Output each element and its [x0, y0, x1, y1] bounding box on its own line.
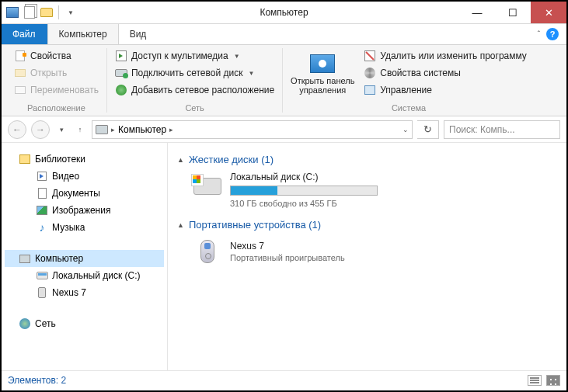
- refresh-button[interactable]: ↻: [417, 120, 439, 139]
- up-button[interactable]: ↑: [73, 120, 87, 139]
- drive-free-text: 310 ГБ свободно из 455 ГБ: [230, 199, 378, 208]
- group-label-location: Расположение: [11, 101, 102, 113]
- device-item[interactable]: Nexus 7 Портативный проигрыватель: [193, 237, 557, 266]
- back-button[interactable]: ←: [8, 120, 26, 139]
- qat-separator: [58, 5, 59, 19]
- manage-label: Управление: [380, 85, 432, 95]
- section-hard-drives[interactable]: ▲ Жесткие диски (1): [177, 154, 557, 165]
- rename-label: Переименовать: [30, 85, 99, 95]
- uninstall-button[interactable]: Удалить или изменить программу: [361, 48, 530, 64]
- body: Библиотеки Видео Документы Изображения ♪…: [2, 143, 566, 370]
- close-button[interactable]: ✕: [531, 2, 566, 23]
- system-properties-label: Свойства системы: [380, 68, 461, 78]
- tree-documents[interactable]: Документы: [5, 185, 164, 202]
- quick-access-toolbar: ▼: [2, 5, 78, 20]
- hdd-icon: [193, 172, 222, 201]
- control-panel-label-1: Открыть панель: [291, 76, 354, 85]
- tree-nexus[interactable]: Nexus 7: [5, 284, 164, 301]
- forward-button[interactable]: →: [31, 120, 50, 139]
- help-icon[interactable]: ?: [546, 28, 559, 40]
- maximize-button[interactable]: ☐: [495, 2, 531, 23]
- view-tiles-icon[interactable]: [546, 375, 560, 386]
- device-name: Nexus 7: [230, 241, 345, 252]
- group-label-system: Система: [287, 101, 530, 113]
- drive-name: Локальный диск (C:): [230, 172, 378, 182]
- collapse-icon[interactable]: ▲: [177, 221, 184, 229]
- qat-new-folder-icon[interactable]: [39, 5, 54, 20]
- navigation-tree[interactable]: Библиотеки Видео Документы Изображения ♪…: [2, 143, 168, 370]
- collapse-ribbon-icon[interactable]: ˆ: [538, 30, 540, 39]
- view-details-icon[interactable]: [528, 375, 542, 386]
- tree-network[interactable]: Сеть: [5, 315, 164, 332]
- tab-view[interactable]: Вид: [119, 24, 159, 44]
- ribbon-tab-bar: Файл Компьютер Вид ˆ ?: [2, 24, 566, 45]
- system-properties-button[interactable]: Свойства системы: [361, 65, 530, 81]
- manage-button[interactable]: Управление: [361, 82, 530, 98]
- title-bar: ▼ Компьютер — ☐ ✕: [2, 2, 566, 24]
- map-drive-label: Подключить сетевой диск: [131, 68, 242, 78]
- address-dropdown-icon[interactable]: ⌄: [402, 126, 409, 134]
- tab-computer[interactable]: Компьютер: [47, 24, 119, 44]
- status-bar: Элементов: 2: [2, 370, 566, 389]
- chevron-right-icon[interactable]: ▸: [169, 126, 173, 134]
- tree-local-disk[interactable]: Локальный диск (C:): [5, 267, 164, 284]
- status-item-count: Элементов: 2: [8, 375, 66, 386]
- breadcrumb[interactable]: Компьютер: [118, 124, 166, 135]
- tree-pictures[interactable]: Изображения: [5, 202, 164, 219]
- window-title: Компьютер: [260, 7, 308, 18]
- collapse-icon[interactable]: ▲: [177, 156, 184, 164]
- tab-file[interactable]: Файл: [2, 24, 47, 44]
- open-button[interactable]: Открыть: [11, 65, 102, 81]
- ribbon-group-location: Свойства Открыть Переименовать Расположе…: [6, 48, 107, 113]
- control-panel-button[interactable]: Открыть панельуправления: [287, 48, 357, 101]
- portable-player-icon: [193, 237, 222, 266]
- tree-music[interactable]: ♪Музыка: [5, 219, 164, 236]
- address-bar[interactable]: ▸ Компьютер ▸ ⌄: [92, 120, 413, 139]
- qat-properties-icon[interactable]: [22, 5, 37, 20]
- map-drive-button[interactable]: Подключить сетевой диск▼: [112, 65, 277, 81]
- content-pane: ▲ Жесткие диски (1) Локальный диск (C:) …: [168, 143, 566, 370]
- device-type: Портативный проигрыватель: [230, 253, 345, 262]
- ribbon-group-system: Открыть панельуправления Удалить или изм…: [283, 48, 535, 113]
- navigation-bar: ← → ▾ ↑ ▸ Компьютер ▸ ⌄ ↻ Поиск: Компь..…: [2, 116, 566, 143]
- media-access-button[interactable]: Доступ к мультимедиа▼: [112, 48, 277, 64]
- group-label-network: Сеть: [112, 101, 277, 113]
- section-portable-devices[interactable]: ▲ Портативные устройства (1): [177, 219, 557, 231]
- rename-button[interactable]: Переименовать: [11, 82, 102, 98]
- ribbon-group-network: Доступ к мультимедиа▼ Подключить сетевой…: [107, 48, 283, 113]
- open-label: Открыть: [30, 68, 67, 78]
- uninstall-label: Удалить или изменить программу: [380, 50, 527, 61]
- properties-label: Свойства: [30, 50, 71, 61]
- tree-videos[interactable]: Видео: [5, 168, 164, 185]
- computer-icon: [96, 125, 108, 134]
- chevron-right-icon[interactable]: ▸: [111, 126, 115, 134]
- drive-item[interactable]: Локальный диск (C:) 310 ГБ свободно из 4…: [193, 172, 557, 208]
- control-panel-label-2: управления: [299, 85, 346, 95]
- ribbon: Свойства Открыть Переименовать Расположе…: [2, 45, 566, 116]
- tree-computer[interactable]: Компьютер: [5, 250, 164, 267]
- minimize-button[interactable]: —: [459, 2, 495, 23]
- recent-locations-icon[interactable]: ▾: [54, 120, 68, 139]
- search-placeholder: Поиск: Компь...: [449, 124, 515, 135]
- tree-libraries[interactable]: Библиотеки: [5, 151, 164, 168]
- search-input[interactable]: Поиск: Компь...: [444, 120, 560, 139]
- add-netloc-label: Добавить сетевое расположение: [131, 85, 274, 95]
- control-panel-icon: [310, 54, 335, 73]
- add-netloc-button[interactable]: Добавить сетевое расположение: [112, 82, 277, 98]
- media-access-label: Доступ к мультимедиа: [131, 50, 228, 61]
- chevron-down-icon: ▼: [234, 53, 240, 60]
- properties-button[interactable]: Свойства: [11, 48, 102, 64]
- drive-usage-bar: [230, 186, 378, 196]
- chevron-down-icon: ▼: [248, 70, 254, 77]
- app-icon[interactable]: [5, 5, 20, 20]
- qat-dropdown-icon[interactable]: ▼: [63, 5, 78, 20]
